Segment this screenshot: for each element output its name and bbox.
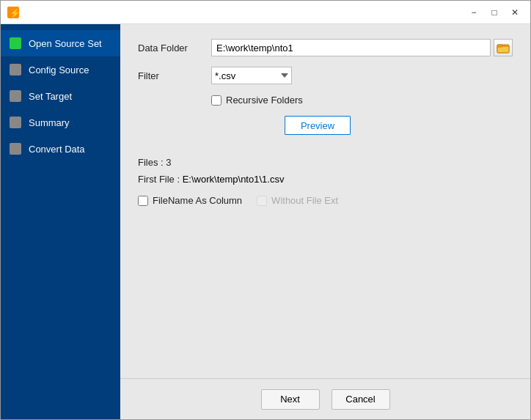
data-folder-input[interactable] [211,39,491,56]
without-file-ext-label: Without File Ext [271,195,338,206]
data-folder-label: Data Folder [138,43,204,54]
next-button[interactable]: Next [261,389,320,410]
cancel-button[interactable]: Cancel [332,389,390,410]
sidebar-label-config-source: Config Source [29,65,89,75]
maximize-button[interactable]: □ [485,5,504,20]
first-file-path: E:\work\temp\nto1\1.csv [183,174,285,185]
preview-button[interactable]: Preview [285,116,351,135]
options-row: FileName As Column Without File Ext [138,195,513,206]
files-count-text: Files : 3 [138,157,513,168]
sidebar-item-open-source-set[interactable]: Open Source Set [1,30,120,56]
filter-select[interactable]: *.csv *.txt *.xls *.xlsx [211,67,292,84]
filename-as-column-label: FileName As Column [153,195,242,206]
sidebar-label-summary: Summary [29,117,70,128]
bottom-bar: Next Cancel [120,378,530,419]
svg-text:⚡: ⚡ [10,7,20,18]
first-file-row: First File : E:\work\temp\nto1\1.csv [138,174,513,185]
svg-rect-4 [497,45,502,47]
recursive-folders-label: Recursive Folders [226,95,303,106]
sidebar: Open Source Set Config Source Set Target… [1,24,120,419]
data-folder-input-row [211,39,513,56]
browse-button[interactable] [494,39,513,56]
convert-data-indicator [10,143,21,155]
recursive-folders-checkbox[interactable] [211,95,221,106]
sidebar-label-set-target: Set Target [29,91,72,102]
title-bar-left: ⚡ [7,6,20,19]
sidebar-item-convert-data[interactable]: Convert Data [1,136,120,162]
close-button[interactable]: ✕ [505,5,524,20]
sidebar-label-convert-data: Convert Data [29,144,85,155]
main-content: Open Source Set Config Source Set Target… [1,24,530,419]
sidebar-label-open-source-set: Open Source Set [29,38,102,49]
first-file-label: First File : [138,174,183,185]
main-window: ⚡ − □ ✕ Open Source Set Config Source Se… [0,0,531,420]
open-source-set-indicator [10,37,21,49]
without-file-ext-option: Without File Ext [257,195,338,206]
preview-button-container: Preview [211,116,513,145]
recursive-folders-row: Recursive Folders [211,95,513,106]
sidebar-item-summary[interactable]: Summary [1,109,120,136]
without-file-ext-checkbox [257,196,267,206]
minimize-button[interactable]: − [464,5,483,20]
title-bar: ⚡ − □ ✕ [1,1,530,24]
filter-row: Filter *.csv *.txt *.xls *.xlsx [138,67,513,84]
title-bar-controls: − □ ✕ [464,5,524,20]
filter-label: Filter [138,70,204,81]
summary-indicator [10,117,21,128]
filename-as-column-option: FileName As Column [138,195,242,206]
filename-as-column-checkbox[interactable] [138,196,148,206]
form-area: Data Folder Filter [120,24,530,378]
app-icon: ⚡ [7,6,20,19]
browse-icon [497,42,510,54]
sidebar-item-config-source[interactable]: Config Source [1,56,120,83]
sidebar-item-set-target[interactable]: Set Target [1,83,120,109]
set-target-indicator [10,90,21,102]
data-folder-row: Data Folder [138,39,513,56]
right-panel: Data Folder Filter [120,24,530,419]
config-source-indicator [10,64,21,75]
